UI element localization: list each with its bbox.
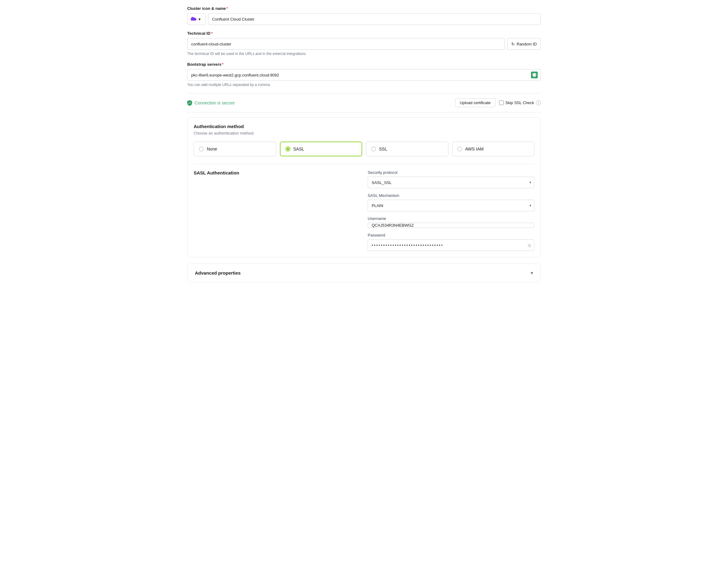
random-id-button[interactable]: ↻ Random ID	[507, 38, 541, 50]
password-group: Password ◎	[368, 233, 534, 251]
username-group: Username	[368, 216, 534, 228]
sasl-mechanism-select[interactable]: PLAIN SCRAM-SHA-256 SCRAM-SHA-512	[368, 200, 534, 211]
username-label: Username	[368, 216, 534, 221]
upload-certificate-button[interactable]: Upload certificate	[455, 98, 495, 107]
auth-option-aws-iam[interactable]: AWS IAM	[452, 142, 535, 156]
auth-option-ssl-label: SSL	[379, 146, 387, 151]
bootstrap-servers-input[interactable]	[187, 69, 541, 81]
password-input-wrapper: ◎	[368, 239, 534, 251]
auth-option-ssl[interactable]: SSL	[366, 142, 448, 156]
cluster-icon-dropdown[interactable]: ▾	[187, 13, 206, 25]
advanced-properties-chevron-icon: ▾	[531, 270, 533, 276]
cluster-name-input[interactable]	[208, 13, 541, 25]
skip-ssl-label: Skip SSL Check	[506, 100, 534, 105]
advanced-properties-title: Advanced properties	[195, 270, 241, 275]
skip-ssl-wrapper: Skip SSL Check i	[499, 100, 541, 105]
cloud-icon	[191, 17, 197, 21]
radio-none	[199, 146, 204, 151]
security-protocol-label: Security protocol	[368, 170, 534, 175]
password-input[interactable]	[368, 239, 534, 251]
sasl-mechanism-label: SASL Mechanism	[368, 193, 534, 198]
radio-sasl	[285, 146, 290, 151]
connection-actions: Upload certificate Skip SSL Check i	[455, 98, 541, 107]
required-indicator: *	[226, 6, 228, 11]
technical-id-label: Technical ID *	[187, 31, 541, 36]
auth-method-subtitle: Choose an authentication method.	[194, 131, 534, 135]
bootstrap-shield-icon	[531, 72, 538, 78]
sasl-auth-title: SASL Authentication	[194, 170, 239, 175]
security-protocol-select[interactable]: SASL_SSL SASL_PLAINTEXT	[368, 177, 534, 188]
skip-ssl-checkbox[interactable]	[499, 100, 504, 105]
auth-option-aws-iam-label: AWS IAM	[465, 146, 484, 151]
technical-id-input[interactable]	[187, 38, 505, 50]
security-protocol-group: Security protocol SASL_SSL SASL_PLAINTEX…	[368, 170, 534, 188]
auth-option-none[interactable]: None	[194, 142, 276, 156]
radio-ssl	[371, 146, 376, 151]
sasl-left: SASL Authentication	[194, 170, 360, 251]
refresh-icon: ↻	[511, 42, 515, 46]
connection-section: Connection is secure Upload certificate …	[187, 93, 541, 112]
auth-options: None SASL SSL AWS IAM	[194, 142, 534, 156]
bootstrap-hint: You can add multiple URLs separated by a…	[187, 82, 541, 87]
security-protocol-select-wrapper: SASL_SSL SASL_PLAINTEXT ▾	[368, 177, 534, 188]
auth-option-sasl[interactable]: SASL	[280, 142, 362, 156]
auth-option-none-label: None	[207, 146, 217, 151]
technical-id-hint: The technical ID will be used in the URL…	[187, 52, 541, 56]
required-indicator: *	[222, 62, 223, 67]
advanced-properties-section[interactable]: Advanced properties ▾	[187, 264, 541, 282]
toggle-password-icon[interactable]: ◎	[527, 243, 531, 247]
password-label: Password	[368, 233, 534, 237]
sasl-mechanism-select-wrapper: PLAIN SCRAM-SHA-256 SCRAM-SHA-512 ▾	[368, 200, 534, 211]
connection-shield-icon	[187, 100, 192, 106]
sasl-mechanism-group: SASL Mechanism PLAIN SCRAM-SHA-256 SCRAM…	[368, 193, 534, 211]
skip-ssl-info-icon[interactable]: i	[536, 100, 541, 105]
cluster-icon-name-label: Cluster icon & name *	[187, 6, 541, 11]
sasl-right: Security protocol SASL_SSL SASL_PLAINTEX…	[368, 170, 534, 251]
required-indicator: *	[211, 31, 213, 36]
icon-dropdown-chevron: ▾	[198, 17, 201, 22]
connection-secure-indicator[interactable]: Connection is secure	[187, 100, 235, 106]
auth-section: Authentication method Choose an authenti…	[187, 117, 541, 258]
username-input[interactable]	[368, 223, 534, 228]
bootstrap-servers-label: Bootstrap servers *	[187, 62, 541, 67]
auth-method-title: Authentication method	[194, 124, 534, 129]
radio-aws-iam	[457, 146, 462, 151]
auth-option-sasl-label: SASL	[293, 146, 304, 151]
sasl-config: SASL Authentication Security protocol SA…	[194, 164, 534, 251]
